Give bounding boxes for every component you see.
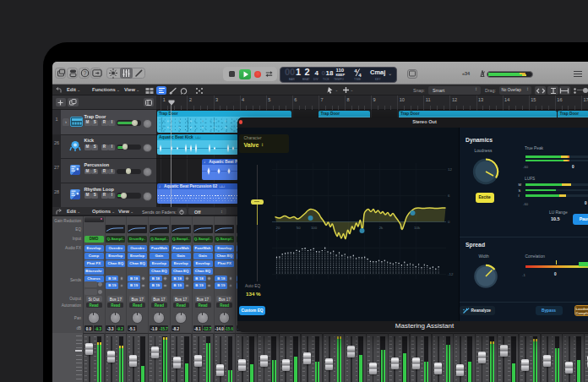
svg-text:4: 4	[358, 72, 362, 78]
svg-text:4: 4	[354, 68, 357, 74]
svg-text:?: ?	[84, 70, 87, 76]
